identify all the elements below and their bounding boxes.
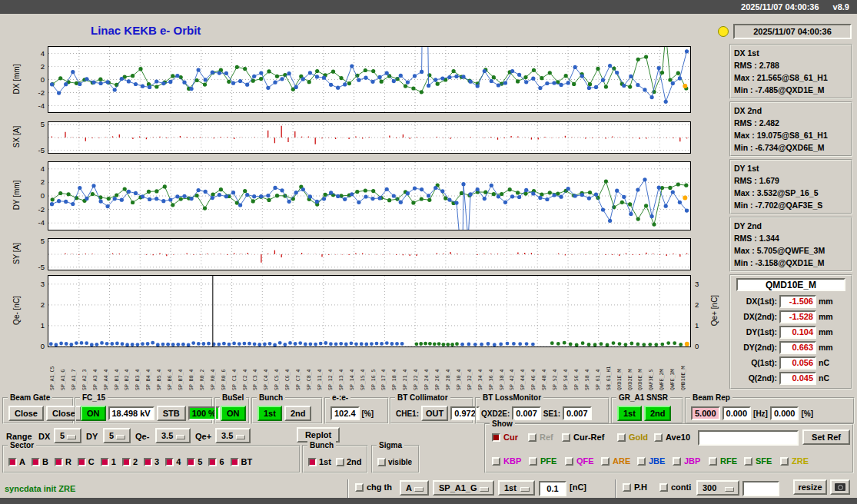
cur-ref-checkbox[interactable] [562, 433, 570, 442]
ref-file-input[interactable] [698, 430, 799, 446]
y-tick-label: 3 [695, 280, 713, 288]
bpm-label: SP_C1_4 [232, 348, 238, 390]
rfe-checkbox[interactable] [709, 457, 717, 466]
sector-6-label: 6 [219, 457, 224, 466]
gold-checkbox[interactable] [617, 433, 626, 442]
threshold-input[interactable] [539, 481, 566, 496]
are-checkbox[interactable] [601, 457, 610, 466]
bpm-label: SP_38_4 [500, 348, 505, 390]
sector-a-label: A [19, 457, 25, 466]
ph-checkbox[interactable] [623, 483, 631, 492]
bunch-1st-button[interactable]: 1st [257, 406, 282, 421]
sigma-group: Sigma visible [371, 445, 420, 473]
sector-r-checkbox[interactable] [55, 458, 63, 466]
range-dy-select[interactable]: 5 [103, 428, 131, 443]
percent-label: [%] [801, 410, 813, 418]
range-dx-select[interactable]: 5 [54, 428, 81, 443]
chg-th-checkbox[interactable] [355, 483, 364, 492]
bpm-label: SP_58_4 [585, 348, 590, 390]
pfe-label: PFE [540, 456, 556, 466]
monitor-row-unit: mm [819, 297, 833, 306]
zre-checkbox[interactable] [780, 457, 789, 466]
sector-4-checkbox[interactable] [165, 458, 174, 466]
sector-select[interactable]: A [400, 480, 429, 496]
cur-ref-label: Cur-Ref [573, 433, 604, 442]
snapshot-button[interactable] [830, 479, 850, 495]
jbe-checkbox[interactable] [637, 457, 646, 466]
beam-rep-display: 5.000 [691, 406, 720, 420]
snsr-2nd-button[interactable]: 2nd [644, 406, 672, 421]
status-message: syncdata init ZRE [5, 484, 75, 493]
sector-6-checkbox[interactable] [208, 458, 217, 466]
status-led-icon [718, 26, 729, 37]
group-title: BT Collimator [395, 393, 450, 403]
pfe-checkbox[interactable] [529, 457, 537, 466]
fc15-on-button[interactable]: ON [81, 406, 106, 421]
jbp-checkbox[interactable] [673, 457, 681, 466]
y-tick-label: 2 [20, 300, 45, 309]
beam-gate-close-1-button[interactable]: Close [8, 406, 44, 421]
range-qem-select[interactable]: 3.5 [155, 428, 191, 443]
range-qep-select[interactable]: 3.5 [215, 428, 251, 443]
se1-value-display: 0.007 [563, 406, 592, 420]
stat-max: Max : 3.532@SP_16_5 [734, 187, 848, 199]
kbp-checkbox[interactable] [492, 457, 500, 466]
sector-1-checkbox[interactable] [101, 458, 109, 466]
ref-checkbox[interactable] [528, 433, 536, 442]
bunch-2nd-checkbox[interactable] [336, 458, 344, 466]
bunch-select[interactable]: 1st [498, 480, 535, 496]
sector-5-checkbox[interactable] [187, 458, 195, 466]
conti-checkbox[interactable] [659, 483, 668, 492]
chart-sx: SX [A] 5-5 [9, 121, 724, 152]
replot-button[interactable]: Replot [297, 427, 340, 443]
sfe-checkbox[interactable] [744, 457, 752, 466]
sector-b-checkbox[interactable] [32, 458, 40, 466]
y-tick-label: -4 [20, 101, 45, 110]
sector-2-checkbox[interactable] [122, 458, 131, 466]
resize-button[interactable]: resize [793, 479, 827, 495]
device-select[interactable]: SP_A1_G [433, 480, 494, 496]
jbp-label: JBP [684, 456, 700, 466]
sector-bt-checkbox[interactable] [231, 458, 239, 466]
interval-select[interactable]: 300 [696, 480, 739, 496]
stat-rms: RMS : 1.344 [734, 232, 848, 244]
monitor-row-value: 0.045 [779, 372, 816, 385]
sx-axis-label: SX [A] [12, 126, 21, 148]
chart-dx: DX [mm] 420-2-4 [9, 46, 724, 111]
fc15-stb-button[interactable]: STB [157, 406, 186, 421]
stat-max: Max : 5.705@QWFE_3M [734, 244, 848, 257]
plot-area [48, 46, 691, 113]
range-dx-label: DX [38, 432, 50, 441]
sector-1-label: 1 [111, 457, 116, 466]
bpm-label: SP_C2_4 [243, 348, 248, 390]
aux-input[interactable] [742, 481, 779, 496]
bunch-2nd-button[interactable]: 2nd [284, 406, 312, 421]
y-tick-label: 2 [695, 300, 713, 309]
ph-label: P.H [634, 482, 647, 492]
sector-3-checkbox[interactable] [144, 458, 152, 466]
bpm-label: SP_11_4 [317, 348, 323, 390]
bunch-1st-checkbox[interactable] [308, 458, 317, 466]
sector-c-checkbox[interactable] [78, 458, 86, 466]
group-title: BT LossMonitor [480, 393, 543, 403]
bpm-label: SP_B8_4 [189, 348, 194, 390]
monitor-row-label: DX(2nd): [734, 312, 777, 321]
cur-checkbox[interactable] [492, 433, 500, 442]
bunch-group: Bunch 1st 2nd [251, 397, 323, 424]
monitor-row-value: -1.506 [779, 295, 816, 308]
stat-rms: RMS : 2.788 [734, 59, 848, 71]
clock-display: 2025/11/07 04:00:36 [733, 24, 852, 39]
bpm-label: SP_B7_4 [178, 348, 184, 390]
che1-out-button[interactable]: OUT [421, 406, 448, 421]
busel-on-button[interactable]: ON [221, 406, 246, 421]
y-tick-label: 2 [20, 177, 45, 186]
qfe-checkbox[interactable] [565, 457, 573, 466]
ave10-checkbox[interactable] [654, 433, 663, 442]
sigma-visible-checkbox[interactable] [377, 458, 386, 466]
y-tick-label: 1 [695, 321, 713, 330]
set-ref-button[interactable]: Set Ref [802, 429, 850, 445]
separator [615, 479, 616, 498]
sector-a-checkbox[interactable] [8, 458, 17, 466]
snsr-1st-button[interactable]: 1st [617, 406, 642, 421]
group-title: Bunch [257, 393, 285, 403]
